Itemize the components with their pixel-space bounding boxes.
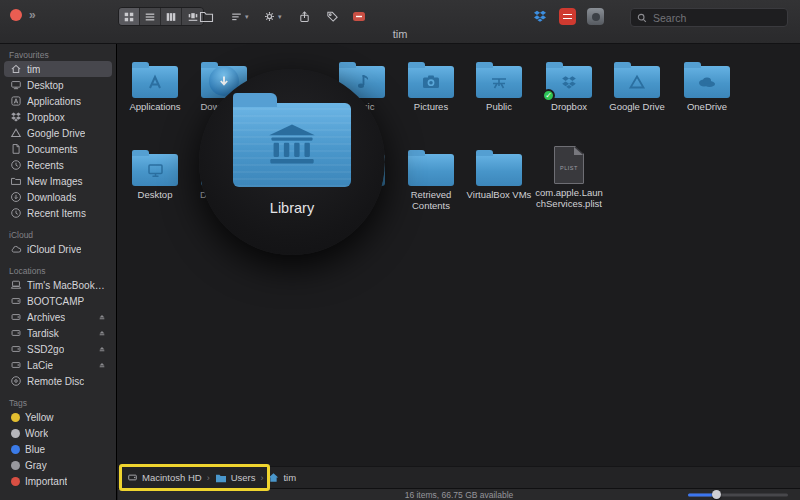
sidebar-item-downloads[interactable]: Downloads xyxy=(4,189,112,205)
sidebar-tag-gray[interactable]: Gray xyxy=(4,457,112,473)
grid-item-onedrive[interactable]: OneDrive xyxy=(673,58,741,113)
eject-icon[interactable] xyxy=(97,360,107,370)
disc-icon xyxy=(9,375,22,387)
titlebar: » ▾ ▾ xyxy=(0,0,800,44)
sidebar-item-archives[interactable]: Archives xyxy=(4,309,112,325)
eject-icon[interactable] xyxy=(97,312,107,322)
path-segment-macintosh-hd[interactable]: Macintosh HD xyxy=(127,472,202,483)
grid-item-desktop[interactable]: Desktop xyxy=(121,146,189,201)
section-title: Tags xyxy=(0,395,116,409)
grid-item-applications[interactable]: Applications xyxy=(121,58,189,113)
cloud-icon xyxy=(9,243,22,255)
sidebar-item-applications[interactable]: Applications xyxy=(4,93,112,109)
sidebar-tag-yellow[interactable]: Yellow xyxy=(4,409,112,425)
magnifier-loupe[interactable]: Library xyxy=(199,69,385,255)
status-bar: 16 items, 66.75 GB available xyxy=(118,488,800,500)
window-title: tim xyxy=(0,28,800,40)
loupe-label: Library xyxy=(270,200,314,216)
grid-item-pictures[interactable]: Pictures xyxy=(397,58,465,113)
new-folder-button[interactable] xyxy=(197,7,216,26)
sidebar-item-ssd2go[interactable]: SSD2go xyxy=(4,341,112,357)
column-view-button[interactable] xyxy=(161,8,182,25)
grid-item-public[interactable]: Public xyxy=(465,58,533,113)
section-title: iCloud xyxy=(0,227,116,241)
sidebar-item-label: BOOTCAMP xyxy=(27,296,84,307)
sidebar-tag-blue[interactable]: Blue xyxy=(4,441,112,457)
disk-icon xyxy=(127,472,138,483)
dropbox-icon xyxy=(9,111,22,123)
sidebar-section-locations: Locations Tim's MacBook Pro BOOTCAMP Arc… xyxy=(0,263,116,389)
sidebar-item-label: Blue xyxy=(25,444,45,455)
toolbar-overflow-icon[interactable]: » xyxy=(29,9,36,21)
close-button[interactable] xyxy=(10,9,22,21)
section-title: Favourites xyxy=(0,47,116,61)
grid-item-dropbox[interactable]: Dropbox xyxy=(535,58,603,113)
grid-item-virtualbox-vms[interactable]: VirtualBox VMs xyxy=(465,146,533,201)
sidebar-item-label: Tim's MacBook Pro xyxy=(27,280,107,291)
monitor-icon xyxy=(9,79,22,91)
sidebar-item-bootcamp[interactable]: BOOTCAMP xyxy=(4,293,112,309)
status-text: 16 items, 66.75 GB available xyxy=(405,490,514,500)
share-button[interactable] xyxy=(296,7,313,26)
path-bar: Macintosh HD › Users › tim xyxy=(118,466,800,488)
sidebar-item-remote-disc[interactable]: Remote Disc xyxy=(4,373,112,389)
synced-check-badge xyxy=(542,89,555,102)
search-field[interactable] xyxy=(630,8,788,27)
sidebar-item-lacie[interactable]: LaCie xyxy=(4,357,112,373)
laptop-icon xyxy=(9,279,22,291)
list-view-button[interactable] xyxy=(140,8,161,25)
sidebar-item-documents[interactable]: Documents xyxy=(4,141,112,157)
gray-app-icon[interactable] xyxy=(587,8,604,25)
grid-item-plist-file[interactable]: PLIST com.apple.LaunchServices.plist xyxy=(535,144,603,209)
icon-size-slider[interactable] xyxy=(688,493,788,496)
sidebar-item-label: Important xyxy=(25,476,67,487)
sidebar-item-label: LaCie xyxy=(27,360,53,371)
eject-icon[interactable] xyxy=(97,344,107,354)
sidebar-section-icloud: iCloud iCloud Drive xyxy=(0,227,116,257)
disk-icon xyxy=(9,343,22,355)
sidebar-item-tardisk[interactable]: Tardisk xyxy=(4,325,112,341)
action-button[interactable]: ▾ xyxy=(261,7,284,26)
tag-dot xyxy=(11,477,20,486)
chevron-down-icon: ▾ xyxy=(278,13,282,21)
plist-file-icon: PLIST xyxy=(554,146,584,184)
path-segment-tim[interactable]: tim xyxy=(268,472,296,483)
grid-item-retrieved-contents[interactable]: Retrieved Contents xyxy=(397,146,465,211)
slider-knob[interactable] xyxy=(712,490,721,499)
sidebar-item-label: Archives xyxy=(27,312,65,323)
icon-view-button[interactable] xyxy=(119,8,140,25)
tag-dot xyxy=(11,429,20,438)
sidebar-item-label: Work xyxy=(25,428,48,439)
sidebar-item-new-images[interactable]: New Images xyxy=(4,173,112,189)
sidebar-item-recent-items[interactable]: Recent Items xyxy=(4,205,112,221)
clock-icon xyxy=(9,159,22,171)
sidebar-tag-work[interactable]: Work xyxy=(4,425,112,441)
sidebar-item-desktop[interactable]: Desktop xyxy=(4,77,112,93)
path-segment-users[interactable]: Users xyxy=(215,472,256,483)
disk-icon xyxy=(9,311,22,323)
tag-dot xyxy=(11,413,20,422)
sidebar-item-label: Yellow xyxy=(25,412,54,423)
red-toolbar-button[interactable] xyxy=(350,7,368,26)
path-separator: › xyxy=(207,473,210,483)
sidebar-item-dropbox[interactable]: Dropbox xyxy=(4,109,112,125)
folder-public-icon xyxy=(476,66,522,98)
sidebar-item-label: Downloads xyxy=(27,192,76,203)
tags-button[interactable] xyxy=(324,7,341,26)
arrange-button[interactable]: ▾ xyxy=(228,7,251,26)
sidebar-item-icloud-drive[interactable]: iCloud Drive xyxy=(4,241,112,257)
section-title: Locations xyxy=(0,263,116,277)
sidebar: Favourites tim Desktop Applications Drop… xyxy=(0,44,117,500)
folder-library-icon[interactable] xyxy=(233,103,351,187)
sidebar-item-macbook-pro[interactable]: Tim's MacBook Pro xyxy=(4,277,112,293)
sidebar-tag-important[interactable]: Important xyxy=(4,473,112,489)
search-input[interactable] xyxy=(651,11,781,25)
grid-item-google-drive[interactable]: Google Drive xyxy=(603,58,671,113)
sidebar-item-google-drive[interactable]: Google Drive xyxy=(4,125,112,141)
dropbox-status-icon[interactable] xyxy=(531,8,548,25)
home-icon xyxy=(9,63,22,75)
sidebar-item-tim[interactable]: tim xyxy=(4,61,112,77)
eject-icon[interactable] xyxy=(97,328,107,338)
sidebar-item-recents[interactable]: Recents xyxy=(4,157,112,173)
red-app-icon[interactable] xyxy=(559,8,576,25)
